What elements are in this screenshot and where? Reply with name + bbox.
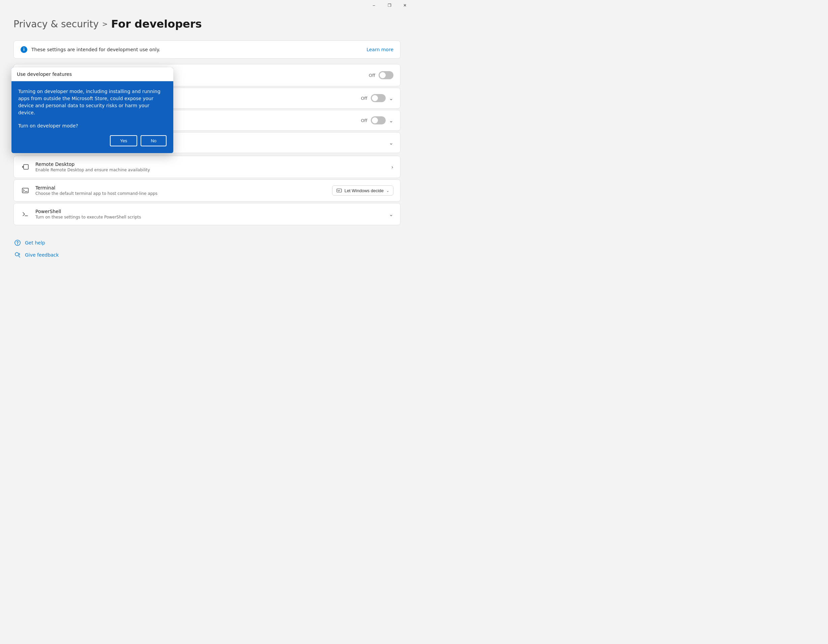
dialog-yes-button[interactable]: Yes <box>110 135 137 146</box>
dialog-title: Use developer features <box>17 71 72 77</box>
dialog-message: Turning on developer mode, including ins… <box>18 88 166 116</box>
dialog-header: Use developer features <box>11 68 173 81</box>
dialog-overlay: Use developer features Turning on develo… <box>0 0 414 322</box>
dialog-question: Turn on developer mode? <box>18 123 166 129</box>
developer-mode-dialog: Use developer features Turning on develo… <box>11 68 173 153</box>
dialog-actions: Yes No <box>18 135 166 148</box>
dialog-no-button[interactable]: No <box>141 135 166 146</box>
dialog-body: Turning on developer mode, including ins… <box>11 81 173 153</box>
